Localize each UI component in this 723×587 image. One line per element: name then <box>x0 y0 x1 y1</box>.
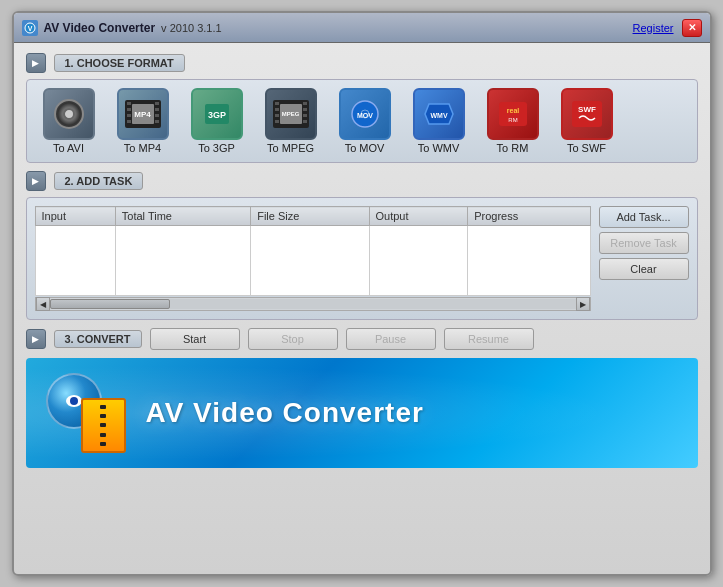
register-link[interactable]: Register <box>633 22 674 34</box>
mp4-label: To MP4 <box>124 142 161 154</box>
format-rm[interactable]: real RM To RM <box>479 88 547 154</box>
task-section-body: Input Total Time File Size Output Progre… <box>26 197 698 320</box>
title-bar-right: Register ✕ <box>633 19 702 37</box>
resume-button[interactable]: Resume <box>444 328 534 350</box>
format-icons-container: To AVI MP4 To MP4 <box>26 79 698 163</box>
scroll-left-arrow[interactable]: ◀ <box>36 297 50 311</box>
task-table-body <box>35 226 590 296</box>
film-hole <box>100 442 106 446</box>
col-output: Output <box>369 207 468 226</box>
avi-reel-icon <box>54 99 84 129</box>
swf-icon-box: SWF <box>561 88 613 140</box>
mp4-icon-box: MP4 <box>117 88 169 140</box>
col-total-time: Total Time <box>115 207 250 226</box>
swf-icon: SWF <box>569 98 605 130</box>
task-table: Input Total Time File Size Output Progre… <box>35 206 591 296</box>
scroll-track[interactable] <box>50 299 576 309</box>
wmv-icon: WMV <box>421 98 457 130</box>
content-area: ▶ 1. CHOOSE FORMAT To AVI MP4 <box>14 43 710 574</box>
empty-cell <box>251 226 369 296</box>
choose-format-section: ▶ 1. CHOOSE FORMAT To AVI MP4 <box>26 53 698 163</box>
format-3gp[interactable]: 3GP To 3GP <box>183 88 251 154</box>
mpeg-icon-box: MPEG <box>265 88 317 140</box>
svg-text:V: V <box>27 25 32 32</box>
banner: AV Video Converter <box>26 358 698 468</box>
add-task-section: ▶ 2. ADD TASK Input Total Time File Size <box>26 171 698 320</box>
task-buttons: Add Task... Remove Task Clear <box>599 206 689 311</box>
convert-section: ▶ 3. CONVERT Start Stop Pause Resume <box>26 328 698 350</box>
avi-icon-box <box>43 88 95 140</box>
rm-icon: real RM <box>495 98 531 130</box>
add-task-header: ▶ 2. ADD TASK <box>26 171 698 191</box>
wmv-icon-box: WMV <box>413 88 465 140</box>
film-strip-icon <box>81 398 126 453</box>
close-button[interactable]: ✕ <box>682 19 702 37</box>
add-task-button[interactable]: Add Task... <box>599 206 689 228</box>
mov-icon-box: MOV <box>339 88 391 140</box>
add-task-arrow[interactable]: ▶ <box>26 171 46 191</box>
svg-text:real: real <box>506 107 519 114</box>
svg-text:RM: RM <box>508 117 517 123</box>
rm-label: To RM <box>497 142 529 154</box>
pupil <box>70 397 78 405</box>
mp4-film-inner: MP4 <box>132 104 154 124</box>
choose-format-arrow[interactable]: ▶ <box>26 53 46 73</box>
svg-text:WMV: WMV <box>430 112 447 119</box>
task-table-head: Input Total Time File Size Output Progre… <box>35 207 590 226</box>
format-swf[interactable]: SWF To SWF <box>553 88 621 154</box>
title-bar-left: V AV Video Converter v 2010 3.1.1 <box>22 20 633 36</box>
app-version: v 2010 3.1.1 <box>161 22 222 34</box>
scroll-right-arrow[interactable]: ▶ <box>576 297 590 311</box>
convert-arrow[interactable]: ▶ <box>26 329 46 349</box>
avi-label: To AVI <box>53 142 84 154</box>
col-input: Input <box>35 207 115 226</box>
task-table-wrapper: Input Total Time File Size Output Progre… <box>35 206 591 311</box>
empty-cell <box>468 226 590 296</box>
format-mpeg[interactable]: MPEG To MPEG <box>257 88 325 154</box>
swf-label: To SWF <box>567 142 606 154</box>
3gp-label: To 3GP <box>198 142 235 154</box>
format-wmv[interactable]: WMV To WMV <box>405 88 473 154</box>
pause-button[interactable]: Pause <box>346 328 436 350</box>
mp4-film-icon: MP4 <box>125 100 161 128</box>
col-progress: Progress <box>468 207 590 226</box>
empty-cell <box>115 226 250 296</box>
clear-button[interactable]: Clear <box>599 258 689 280</box>
start-button[interactable]: Start <box>150 328 240 350</box>
task-layout: Input Total Time File Size Output Progre… <box>35 206 689 311</box>
app-title: AV Video Converter <box>44 21 156 35</box>
format-mov[interactable]: MOV To MOV <box>331 88 399 154</box>
mpeg-film-inner: MPEG <box>280 104 302 124</box>
remove-task-button[interactable]: Remove Task <box>599 232 689 254</box>
empty-cell <box>35 226 115 296</box>
eye-icon <box>66 395 82 407</box>
mov-icon: MOV <box>347 98 383 130</box>
app-icon: V <box>22 20 38 36</box>
add-task-label: 2. ADD TASK <box>54 172 144 190</box>
scroll-thumb[interactable] <box>50 299 170 309</box>
mpeg-film-icon: MPEG <box>273 100 309 128</box>
svg-text:SWF: SWF <box>578 105 596 114</box>
svg-text:3GP: 3GP <box>207 110 225 120</box>
banner-title: AV Video Converter <box>146 397 424 429</box>
mov-label: To MOV <box>345 142 385 154</box>
3gp-icon-box: 3GP <box>191 88 243 140</box>
choose-format-label: 1. CHOOSE FORMAT <box>54 54 185 72</box>
format-avi[interactable]: To AVI <box>35 88 103 154</box>
horizontal-scrollbar[interactable]: ◀ ▶ <box>35 297 591 311</box>
main-window: V AV Video Converter v 2010 3.1.1 Regist… <box>12 11 712 576</box>
film-hole <box>100 423 106 427</box>
film-hole <box>100 405 106 409</box>
format-mp4[interactable]: MP4 To MP4 <box>109 88 177 154</box>
title-bar: V AV Video Converter v 2010 3.1.1 Regist… <box>14 13 710 43</box>
banner-logo <box>46 373 126 453</box>
mpeg-label: To MPEG <box>267 142 314 154</box>
wmv-label: To WMV <box>418 142 460 154</box>
task-table-header-row: Input Total Time File Size Output Progre… <box>35 207 590 226</box>
stop-button[interactable]: Stop <box>248 328 338 350</box>
choose-format-header: ▶ 1. CHOOSE FORMAT <box>26 53 698 73</box>
film-hole <box>100 414 106 418</box>
convert-label: 3. CONVERT <box>54 330 142 348</box>
format-icons-list: To AVI MP4 To MP4 <box>35 88 689 154</box>
table-row <box>35 226 590 296</box>
